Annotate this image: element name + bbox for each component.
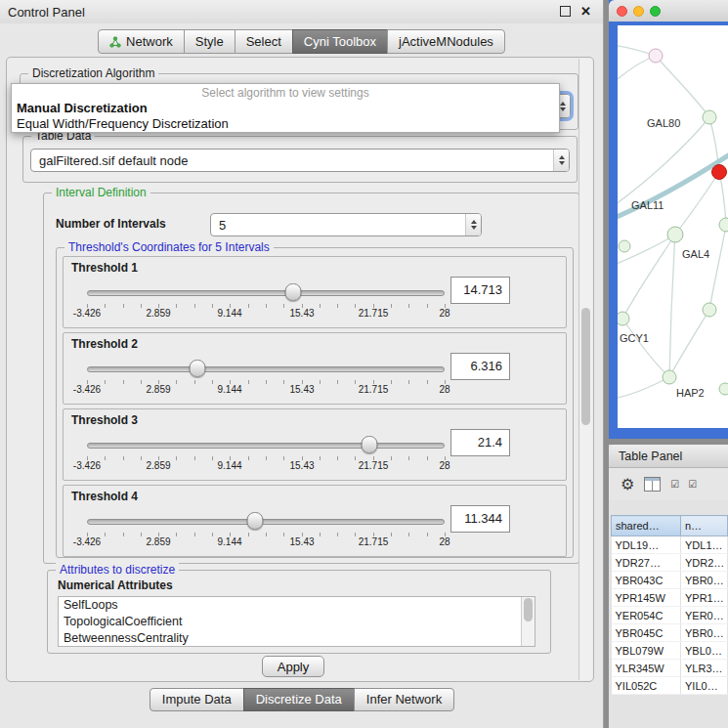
control-panel-scrollbar[interactable] (578, 59, 592, 680)
table-data-combobox[interactable]: galFiltered.sif default node (30, 149, 570, 172)
tab-network[interactable]: Network (98, 29, 185, 54)
network-graph[interactable]: GAL80 GAL11 GAL4 GCY1 HAP2 (618, 25, 728, 428)
table-cell[interactable]: YER0… (681, 607, 728, 624)
table-cell[interactable]: YLR3… (681, 660, 728, 677)
slider-track[interactable] (87, 519, 445, 525)
columns-icon[interactable] (644, 477, 661, 492)
threshold-3-slider[interactable] (87, 435, 445, 454)
tab-discretize-data[interactable]: Discretize Data (243, 688, 355, 711)
table-row[interactable]: YER054CYER0… (612, 607, 728, 624)
network-node[interactable] (649, 49, 663, 63)
table-row[interactable]: YDR27…YDR2… (612, 554, 728, 572)
tab-select[interactable]: Select (235, 29, 293, 54)
slider-thumb[interactable] (247, 512, 264, 530)
table-cell[interactable]: YBR045C (612, 624, 681, 642)
threshold-1-slider[interactable] (87, 282, 445, 302)
table-cell[interactable]: YDL19… (612, 536, 681, 554)
network-node[interactable] (719, 218, 728, 232)
tick-label: 28 (418, 384, 471, 395)
slider-track[interactable] (87, 366, 445, 372)
dropdown-option-equal-width-frequency[interactable]: Equal Width/Frequency Discretization (12, 116, 559, 132)
tab-jactivemnodules[interactable]: jActiveMNodules (387, 29, 505, 54)
combobox-stepper-icon[interactable] (465, 214, 481, 236)
node-label-hap2[interactable]: HAP2 (676, 387, 705, 399)
close-traffic-light-icon[interactable] (617, 6, 627, 17)
table-row[interactable]: YIL052CYIL0… (612, 677, 728, 695)
network-node[interactable] (703, 110, 716, 124)
network-node-selected[interactable] (712, 165, 727, 180)
slider-thumb[interactable] (285, 283, 302, 301)
tab-cyni-toolbox[interactable]: Cyni Toolbox (292, 29, 388, 54)
table-cell[interactable]: YBL0… (681, 642, 728, 660)
column-header-name[interactable]: n… (681, 516, 728, 536)
table-cell[interactable]: YPR1… (681, 589, 728, 607)
table-cell[interactable]: YIL052C (612, 677, 681, 695)
table-cell[interactable]: YER054C (612, 607, 681, 624)
table-cell[interactable]: YBR0… (681, 624, 728, 642)
slider-track[interactable] (87, 443, 445, 449)
list-item[interactable]: BetweennessCentrality (59, 630, 535, 647)
zoom-traffic-light-icon[interactable] (650, 6, 661, 17)
table-row[interactable]: YLR345WYLR3… (612, 660, 728, 677)
node-label-gal4[interactable]: GAL4 (682, 248, 709, 260)
combobox-stepper-icon[interactable] (553, 150, 569, 171)
threshold-4-value-field[interactable]: 11.344 (450, 505, 510, 533)
table-row[interactable]: YBL079WYBL0… (612, 642, 728, 660)
numerical-attributes-list[interactable]: SelfLoops TopologicalCoefficient Between… (58, 596, 535, 647)
slider-thumb[interactable] (190, 360, 206, 377)
threshold-2-slider[interactable] (87, 359, 445, 378)
tab-infer-network[interactable]: Infer Network (354, 688, 454, 711)
deselect-all-icon[interactable]: ☑ (688, 479, 696, 490)
table-row[interactable]: YPR145WYPR1… (612, 589, 728, 607)
table-cell[interactable]: YBR043C (612, 572, 681, 589)
float-window-icon[interactable] (560, 6, 571, 17)
threshold-2-value-field[interactable]: 6.316 (450, 353, 510, 380)
table-cell[interactable]: YLR345W (612, 660, 681, 677)
node-attribute-table: shared… n… YDL19…YDL1… YDR27…YDR2… YBR04… (611, 515, 728, 695)
network-node[interactable] (667, 227, 683, 242)
network-node[interactable] (618, 312, 629, 325)
control-panel-scrollbar-thumb[interactable] (581, 308, 590, 425)
threshold-2-label: Threshold 2 (71, 337, 138, 351)
table-cell[interactable]: YDR27… (612, 554, 681, 572)
slider-thumb[interactable] (362, 436, 378, 453)
table-cell[interactable]: YDL1… (681, 536, 728, 554)
attributes-to-discretize-group: Attributes to discretize Numerical Attri… (47, 570, 551, 654)
minimize-traffic-light-icon[interactable] (633, 6, 644, 17)
table-row[interactable]: YBR043CYBR0… (612, 572, 728, 589)
gear-icon[interactable]: ⚙ (621, 477, 634, 492)
table-cell[interactable]: YBL079W (612, 642, 681, 660)
network-node[interactable] (619, 240, 630, 252)
number-of-intervals-combobox[interactable]: 5 (210, 213, 482, 236)
tab-label: jActiveMNodules (399, 34, 493, 49)
tab-impute-data[interactable]: Impute Data (150, 688, 244, 711)
close-window-icon[interactable]: ✕ (580, 6, 591, 17)
threshold-1-value-field[interactable]: 14.713 (450, 277, 510, 304)
column-header-shared-name[interactable]: shared… (612, 516, 681, 536)
threshold-3-value-field[interactable]: 21.4 (450, 429, 510, 456)
threshold-4-slider[interactable] (87, 511, 445, 531)
table-cell[interactable]: YBR0… (681, 572, 728, 589)
table-cell[interactable]: YDR2… (681, 554, 728, 572)
apply-button[interactable]: Apply (262, 656, 324, 677)
list-item[interactable]: SelfLoops (59, 597, 535, 614)
table-row[interactable]: YBR045CYBR0… (612, 624, 728, 642)
threshold-4-panel: Threshold 4 -3.426 2.859 9.144 15.43 21.… (63, 485, 567, 557)
list-item[interactable]: TopologicalCoefficient (59, 614, 535, 630)
node-label-gal11[interactable]: GAL11 (631, 199, 664, 211)
network-node[interactable] (703, 303, 716, 317)
node-label-gcy1[interactable]: GCY1 (620, 332, 649, 344)
dropdown-option-manual-discretization[interactable]: Manual Discretization (12, 101, 559, 116)
list-scrollbar[interactable] (521, 597, 535, 646)
node-label-gal80[interactable]: GAL80 (647, 117, 680, 129)
table-cell[interactable]: YIL0… (681, 677, 728, 695)
table-row[interactable]: YDL19…YDL1… (612, 536, 728, 554)
slider-track[interactable] (87, 290, 445, 296)
tab-style[interactable]: Style (184, 29, 236, 54)
table-cell[interactable]: YPR145W (612, 589, 681, 607)
network-node[interactable] (719, 383, 728, 395)
list-scrollbar-thumb[interactable] (524, 598, 533, 621)
network-node[interactable] (663, 370, 676, 384)
network-canvas[interactable]: GAL80 GAL11 GAL4 GCY1 HAP2 (618, 25, 728, 428)
select-all-icon[interactable]: ☑ (670, 479, 678, 490)
